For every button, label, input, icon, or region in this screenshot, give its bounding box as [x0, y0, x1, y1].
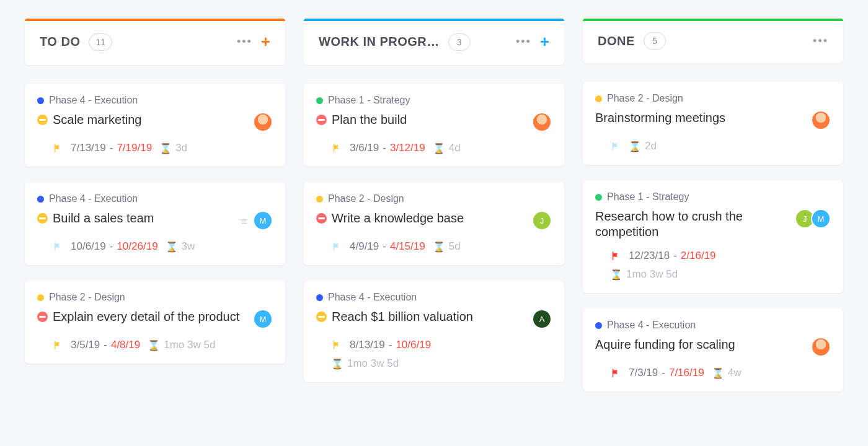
kanban-column: WORK IN PROGR… 3 ••• + Phase 1 - Strateg… [304, 19, 564, 398]
phase-label: Phase 4 - Execution [49, 95, 138, 106]
start-date: 3/5/19 [71, 339, 100, 351]
hourglass-icon: ⌛ [433, 142, 445, 154]
hourglass-icon: ⌛ [331, 358, 343, 370]
end-date: 7/16/19 [669, 367, 704, 379]
date-range: 7/3/19 - 7/16/19 [629, 367, 704, 379]
column-menu-button[interactable]: ••• [813, 35, 828, 48]
status-icon [316, 213, 327, 224]
start-date: 8/13/19 [350, 339, 385, 351]
task-card[interactable]: Phase 1 - Strategy Plan the build 3/6/19… [304, 84, 564, 167]
kanban-column: DONE 5 ••• Phase 2 - Design Brainstormin… [583, 19, 843, 407]
date-range: 3/5/19 - 4/8/19 [71, 339, 140, 351]
phase-label: Phase 1 - Strategy [607, 191, 689, 203]
column-title: WORK IN PROGR… [319, 35, 440, 49]
phase-label: Phase 4 - Execution [49, 193, 138, 204]
end-date: 2/16/19 [681, 250, 716, 262]
column-header[interactable]: DONE 5 ••• [583, 19, 843, 63]
card-title: Research how to crush the competition [595, 209, 790, 240]
avatar-stack: J [532, 211, 552, 230]
phase-label: Phase 2 - Design [49, 292, 125, 303]
card-title: Reach $1 billion valuation [332, 309, 527, 325]
phase-label: Phase 4 - Execution [607, 320, 696, 331]
task-card[interactable]: Phase 2 - Design Write a knowledge base … [304, 182, 564, 265]
flag-icon [331, 241, 342, 252]
task-card[interactable]: Phase 4 - Execution Scale marketing 7/13… [25, 84, 285, 167]
start-date: 10/6/19 [71, 240, 106, 253]
end-date: 3/12/19 [390, 142, 425, 154]
task-card[interactable]: Phase 4 - Execution Aquire funding for s… [583, 308, 843, 391]
column-header[interactable]: TO DO 11 ••• + [25, 19, 285, 65]
avatar[interactable]: M [253, 211, 273, 230]
phase-dot-icon [595, 194, 602, 201]
flag-icon [610, 250, 621, 261]
avatar-stack: M [253, 309, 273, 329]
task-card[interactable]: Phase 4 - Execution Build a sales team ≣… [25, 182, 285, 265]
end-date: 10/26/19 [117, 240, 157, 253]
card-title: Brainstorming meetings [595, 110, 806, 126]
date-range: 8/13/19 - 10/6/19 [350, 339, 431, 351]
avatar-stack: M [253, 211, 273, 230]
status-icon [37, 115, 48, 125]
add-card-button[interactable]: + [261, 32, 270, 51]
avatar[interactable]: M [811, 209, 831, 229]
start-date: 7/13/19 [71, 142, 106, 154]
avatar-stack [811, 337, 831, 357]
avatar[interactable] [811, 337, 831, 357]
duration: ⌛5d [433, 240, 461, 253]
status-icon [37, 213, 48, 224]
duration: ⌛1mo 3w 5d [148, 339, 215, 351]
start-date: 7/3/19 [629, 367, 658, 379]
phase-dot-icon [595, 95, 602, 102]
phase-label: Phase 2 - Design [328, 193, 404, 204]
task-card[interactable]: Phase 2 - Design Explain every detail of… [25, 281, 285, 364]
phase-label: Phase 2 - Design [607, 93, 683, 104]
avatar[interactable]: M [253, 309, 273, 329]
column-menu-button[interactable]: ••• [516, 35, 531, 48]
task-card[interactable]: Phase 4 - Execution Reach $1 billion val… [304, 281, 564, 382]
avatar[interactable] [811, 110, 831, 130]
hourglass-icon: ⌛ [148, 339, 160, 351]
phase-dot-icon [37, 294, 44, 301]
avatar[interactable] [532, 112, 552, 132]
avatar[interactable]: A [532, 309, 552, 329]
phase-label: Phase 4 - Execution [328, 292, 417, 303]
end-date: 10/6/19 [396, 339, 431, 351]
task-card[interactable]: Phase 1 - Strategy Research how to crush… [583, 180, 843, 293]
description-icon: ≣ [241, 216, 248, 225]
hourglass-icon: ⌛ [166, 241, 178, 253]
duration: ⌛2d [629, 140, 657, 152]
date-range: 10/6/19 - 10/26/19 [71, 240, 158, 253]
status-icon [37, 312, 48, 322]
flag-icon [331, 142, 342, 154]
column-title: TO DO [40, 35, 80, 49]
column-count-badge: 3 [448, 33, 471, 51]
phase-dot-icon [316, 196, 323, 203]
duration: ⌛3d [159, 142, 187, 154]
card-title: Scale marketing [53, 112, 248, 128]
avatar-stack: JM [795, 209, 831, 229]
date-range: 4/9/19 - 4/15/19 [350, 240, 425, 253]
avatar-stack [811, 110, 831, 130]
avatar-stack [253, 112, 273, 132]
card-title: Write a knowledge base [332, 211, 527, 226]
flag-icon [610, 141, 621, 152]
end-date: 7/19/19 [117, 142, 152, 154]
flag-icon [331, 339, 342, 351]
column-count-badge: 11 [89, 33, 112, 51]
status-icon [316, 312, 327, 322]
kanban-column: TO DO 11 ••• + Phase 4 - Execution Scale… [25, 19, 285, 379]
task-card[interactable]: Phase 2 - Design Brainstorming meetings … [583, 82, 843, 165]
status-icon [316, 115, 327, 125]
column-title: DONE [598, 34, 635, 48]
column-header[interactable]: WORK IN PROGR… 3 ••• + [304, 19, 564, 65]
hourglass-icon: ⌛ [629, 141, 641, 152]
duration: ⌛1mo 3w 5d [610, 268, 678, 281]
kanban-board: TO DO 11 ••• + Phase 4 - Execution Scale… [25, 19, 843, 407]
avatar[interactable]: J [532, 211, 552, 230]
start-date: 3/6/19 [350, 142, 379, 154]
add-card-button[interactable]: + [540, 32, 549, 51]
column-menu-button[interactable]: ••• [237, 35, 252, 48]
duration: ⌛4w [712, 367, 742, 379]
avatar[interactable] [253, 112, 273, 132]
phase-dot-icon [595, 322, 602, 329]
